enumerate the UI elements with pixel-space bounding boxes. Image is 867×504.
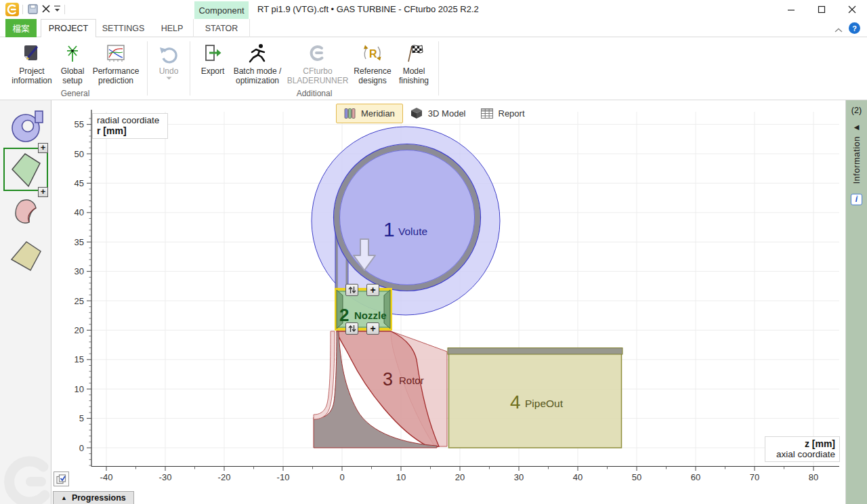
sidebar-item-pipeout[interactable] bbox=[9, 240, 42, 272]
y-axis-title: radial coordiate r [mm] bbox=[92, 113, 168, 139]
svg-text:20: 20 bbox=[455, 472, 465, 482]
svg-text:60: 60 bbox=[691, 472, 700, 482]
component-volute[interactable]: 1 Volute bbox=[312, 127, 500, 315]
svg-text:-20: -20 bbox=[218, 472, 231, 482]
performance-chart-icon bbox=[104, 43, 127, 64]
help-button[interactable]: ? bbox=[849, 22, 860, 34]
svg-text:30: 30 bbox=[75, 266, 84, 276]
title-bar: Component RT pi1.9 (VTG).cft • GAS TURBI… bbox=[0, 0, 867, 19]
svg-text:10: 10 bbox=[75, 384, 84, 394]
swap-arrows-icon bbox=[348, 286, 356, 294]
window-title: RT pi1.9 (VTG).cft • GAS TURBINE - CFtur… bbox=[257, 4, 479, 14]
export-door-arrow-icon bbox=[202, 43, 224, 64]
maximize-button[interactable] bbox=[806, 0, 837, 19]
tab-report[interactable]: Report bbox=[473, 105, 532, 122]
add-component-before-button[interactable]: + bbox=[38, 143, 48, 153]
add-component-after-button[interactable]: + bbox=[38, 187, 48, 197]
cfturbo-logo-gray-icon bbox=[306, 43, 329, 64]
meridian-plot: 1 Volute 3 Rotor 4 PipeOut bbox=[51, 100, 845, 504]
ribbon-group-additional: Export Batch mode / optimization CFturbo… bbox=[195, 39, 434, 100]
sidebar-item-volute[interactable] bbox=[8, 110, 43, 144]
divider bbox=[438, 41, 439, 96]
information-tab-label: Information bbox=[851, 136, 862, 184]
sidebar-item-nozzle[interactable] bbox=[9, 152, 42, 188]
batch-mode-optimization-button[interactable]: Batch mode / optimization bbox=[230, 39, 284, 85]
svg-text:45: 45 bbox=[75, 178, 84, 188]
menu-tab-row: 檔案 PROJECT SETTINGS HELP STATOR ? bbox=[0, 19, 867, 37]
tab-settings[interactable]: SETTINGS bbox=[102, 19, 145, 37]
export-button[interactable]: Export bbox=[195, 39, 230, 76]
table-icon bbox=[481, 108, 493, 119]
meridian-canvas[interactable]: 1 Volute 3 Rotor 4 PipeOut bbox=[51, 100, 845, 504]
svg-text:50: 50 bbox=[632, 472, 641, 482]
minimize-button[interactable] bbox=[776, 0, 806, 19]
nozzle-add-bottom-button[interactable]: + bbox=[366, 322, 379, 335]
pencil-document-icon bbox=[21, 43, 43, 64]
checkered-flag-icon bbox=[403, 43, 425, 64]
close-button[interactable] bbox=[837, 0, 867, 19]
view-tab-bar: Meridian 3D Model Report bbox=[336, 102, 532, 124]
undo-button[interactable]: Undo bbox=[152, 39, 185, 80]
nozzle-add-top-button[interactable]: + bbox=[366, 284, 379, 296]
svg-text:35: 35 bbox=[75, 237, 84, 247]
tab-meridian[interactable]: Meridian bbox=[336, 104, 403, 123]
app-window: Component RT pi1.9 (VTG).cft • GAS TURBI… bbox=[0, 0, 867, 504]
nozzle-swap-bottom-button[interactable] bbox=[345, 322, 358, 335]
project-information-button[interactable]: Project information bbox=[8, 39, 56, 85]
svg-text:70: 70 bbox=[750, 472, 759, 482]
tab-stator[interactable]: STATOR bbox=[193, 19, 250, 37]
volute-index: 1 bbox=[383, 218, 395, 240]
ribbon-group-label: Additional bbox=[297, 89, 333, 98]
divider bbox=[64, 5, 65, 14]
nozzle-swap-top-button[interactable] bbox=[345, 284, 358, 296]
tab-help[interactable]: HELP bbox=[157, 19, 187, 37]
information-count-badge: (2) bbox=[851, 106, 862, 115]
divider bbox=[22, 5, 23, 14]
svg-text:20: 20 bbox=[75, 325, 84, 335]
reference-designs-button[interactable]: R Reference designs bbox=[351, 39, 394, 85]
close-file-icon[interactable] bbox=[41, 3, 51, 15]
performance-prediction-button[interactable]: Performance prediction bbox=[89, 39, 142, 85]
swap-arrows-icon bbox=[348, 324, 356, 333]
divider bbox=[147, 41, 148, 96]
save-icon[interactable] bbox=[26, 3, 39, 15]
svg-text:-10: -10 bbox=[277, 472, 290, 482]
cfturbo-bladerunner-button[interactable]: CFturbo BLADERUNNER bbox=[284, 39, 351, 85]
cube-icon bbox=[410, 107, 423, 119]
cfturbo-watermark bbox=[1, 456, 51, 504]
component-rotor[interactable]: 3 Rotor bbox=[314, 331, 447, 448]
svg-text:40: 40 bbox=[75, 207, 84, 217]
nozzle-label: Nozzle bbox=[354, 310, 387, 321]
component-context-badge: Component bbox=[194, 1, 249, 19]
ribbon-group-undo: Undo bbox=[152, 39, 185, 100]
global-setup-button[interactable]: Global setup bbox=[56, 39, 89, 85]
expand-panel-icon: ◀ bbox=[854, 123, 860, 131]
expand-up-icon: ▲ bbox=[61, 495, 67, 501]
ribbon: Project information Global setup Perform… bbox=[0, 37, 867, 100]
svg-text:0: 0 bbox=[339, 472, 344, 482]
meridian-columns-icon bbox=[344, 108, 356, 119]
svg-text:30: 30 bbox=[514, 472, 524, 482]
svg-text:0: 0 bbox=[79, 443, 84, 453]
undo-arrow-icon bbox=[157, 43, 180, 64]
progressions-check-icon[interactable] bbox=[54, 471, 69, 486]
information-panel-tab[interactable]: (2) ◀ Information i bbox=[845, 100, 867, 504]
progressions-button[interactable]: ▲ Progressions bbox=[53, 491, 134, 504]
collapse-ribbon-icon[interactable] bbox=[834, 24, 844, 33]
svg-text:40: 40 bbox=[573, 472, 583, 482]
component-pipeout[interactable]: 4 PipeOut bbox=[448, 348, 622, 448]
ribbon-group-general: Project information Global setup Perform… bbox=[8, 39, 142, 100]
customize-toolbar-icon[interactable] bbox=[52, 3, 62, 15]
svg-text:25: 25 bbox=[75, 296, 84, 306]
tab-project[interactable]: PROJECT bbox=[41, 19, 96, 38]
tab-file[interactable]: 檔案 bbox=[5, 19, 37, 37]
tab-3d-model[interactable]: 3D Model bbox=[403, 104, 473, 123]
model-finishing-button[interactable]: Model finishing bbox=[394, 39, 434, 85]
sidebar-item-rotor[interactable] bbox=[11, 198, 43, 232]
rotor-label: Rotor bbox=[399, 375, 424, 386]
volute-label: Volute bbox=[398, 226, 427, 237]
info-icon: i bbox=[851, 194, 862, 205]
svg-text:80: 80 bbox=[809, 472, 818, 482]
ribbon-group-label: General bbox=[61, 89, 90, 98]
component-nozzle[interactable]: 2 Nozzle bbox=[336, 289, 391, 329]
